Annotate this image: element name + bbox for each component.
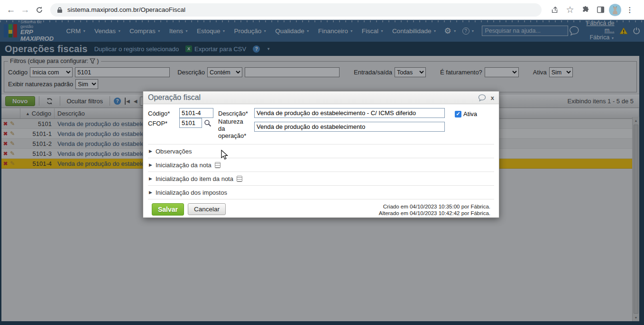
vertical-scrollbar[interactable]: ▲ ▼ xyxy=(632,117,639,321)
help-search-input[interactable] xyxy=(482,26,568,36)
browser-back-button[interactable]: ← xyxy=(4,3,18,17)
filter-funnel-icon[interactable] xyxy=(90,58,95,64)
nav-menu-estoque[interactable]: Estoque▼ xyxy=(193,25,230,37)
bookmark-button[interactable]: ☆ xyxy=(563,3,577,17)
edit-row-icon[interactable]: ✎ xyxy=(10,141,15,146)
cancelar-button[interactable]: Cancelar xyxy=(188,203,226,215)
ocultar-filtros-button[interactable]: Ocultar filtros xyxy=(64,97,106,106)
nav-menu-crm[interactable]: CRM▼ xyxy=(62,25,90,37)
dialog-close-button[interactable]: x xyxy=(491,94,494,101)
chevron-down-icon[interactable]: ▼ xyxy=(267,47,270,51)
logout-power-icon[interactable] xyxy=(633,26,641,36)
scroll-down-button[interactable]: ▼ xyxy=(633,314,639,321)
delete-row-icon[interactable]: ✖ xyxy=(3,121,8,126)
edit-row-icon[interactable]: ✎ xyxy=(10,131,15,136)
company-link[interactable]: Fábrica de m... xyxy=(585,20,615,34)
browser-reload-button[interactable] xyxy=(32,3,46,17)
chevron-down-icon: ▼ xyxy=(453,29,457,33)
cfop-lookup-icon[interactable] xyxy=(204,119,212,127)
scrollbar-thumb[interactable] xyxy=(634,125,638,314)
logo-tagline: Sistema de gestão xyxy=(20,19,54,29)
codigo-column-header[interactable]: ▲ Código xyxy=(20,108,55,118)
duplicate-record-link[interactable]: Duplicar o registro selecionado xyxy=(94,45,179,53)
warning-icon[interactable] xyxy=(619,26,628,36)
filters-legend[interactable]: Filtros (clique para configurar: ) xyxy=(8,58,101,64)
note-lines-icon[interactable] xyxy=(215,162,221,168)
help-menu[interactable]: ?▼ xyxy=(460,25,477,37)
settings-menu[interactable]: ⚙▼ xyxy=(442,23,459,39)
nav-menu-qualidade[interactable]: Qualidade▼ xyxy=(271,25,314,37)
chevron-down-icon: ▼ xyxy=(471,29,475,33)
filters-panel: Filtros (clique para configurar: ) Códig… xyxy=(4,58,637,92)
prev-page-button[interactable]: ◀ xyxy=(133,98,138,105)
chevron-down-icon: ▼ xyxy=(83,29,86,33)
codigo-filter-input[interactable] xyxy=(75,67,170,77)
natureza-field-input[interactable] xyxy=(254,122,445,132)
nav-menu-compras[interactable]: Compras▼ xyxy=(125,25,165,37)
nav-menu-producao[interactable]: Produção▼ xyxy=(230,25,271,37)
nav-menu-financeiro[interactable]: Financeiro▼ xyxy=(314,25,358,37)
field-row-2: CFOP* Natureza da operação* xyxy=(148,118,494,139)
browser-menu-button[interactable]: ⋮ xyxy=(623,3,636,17)
section-inicializacao-impostos[interactable]: ▶ Inicialização dos impostos xyxy=(148,186,494,199)
codigo-operator-select[interactable]: Inicia com xyxy=(30,67,73,77)
delete-row-icon[interactable]: ✖ xyxy=(3,141,8,146)
side-panel-button[interactable] xyxy=(594,3,607,17)
refresh-icon xyxy=(46,98,53,105)
naturezas-padrao-select[interactable]: Sim xyxy=(75,79,98,89)
nav-menu-contabilidade[interactable]: Contabilidade▼ xyxy=(388,25,441,37)
section-inicializacao-item-nota[interactable]: ▶ Inicialização do item da nota xyxy=(148,172,494,186)
share-button[interactable] xyxy=(548,3,561,17)
cfop-field-input[interactable] xyxy=(179,118,202,128)
chevron-down-icon: ▼ xyxy=(263,29,267,33)
natureza-field-label: Natureza da operação* xyxy=(218,118,251,139)
share-icon xyxy=(551,6,559,14)
codigo-field-input[interactable] xyxy=(179,108,213,118)
descricao-filter-input[interactable] xyxy=(245,67,340,77)
entrada-saida-select[interactable]: Todas xyxy=(395,67,426,77)
export-csv-link[interactable]: Exportar para CSV xyxy=(194,45,246,53)
user-dropdown[interactable]: Fábrica ▼ xyxy=(585,34,615,42)
expand-arrow-icon: ▶ xyxy=(149,190,152,195)
ativa-checkbox[interactable]: ✓ xyxy=(455,111,461,117)
salvar-button[interactable]: Salvar xyxy=(152,203,184,216)
erp-top-navbar: Sistema de gestão ERP MAXIPROD CRM▼ Vend… xyxy=(0,20,644,42)
novo-button[interactable]: Novo xyxy=(5,96,35,106)
edit-row-icon[interactable]: ✎ xyxy=(10,161,15,166)
delete-row-icon[interactable]: ✖ xyxy=(3,131,8,136)
toolbar-separator xyxy=(60,96,60,106)
toolbar-help-button[interactable]: ? xyxy=(114,98,121,105)
nav-account-area: Fábrica de m... Fábrica ▼ xyxy=(568,20,641,42)
nav-menu-fiscal[interactable]: Fiscal▼ xyxy=(358,25,388,37)
browser-forward-button[interactable]: → xyxy=(18,3,32,17)
delete-row-icon[interactable]: ✖ xyxy=(3,161,8,166)
ativa-filter-select[interactable]: Sim xyxy=(549,67,573,77)
browser-profile-avatar[interactable] xyxy=(609,4,621,16)
extensions-button[interactable] xyxy=(579,3,592,17)
address-bar[interactable]: sistema.maxiprod.com.br/OperacaoFiscal xyxy=(50,3,542,17)
page-help-button[interactable]: ? xyxy=(253,45,260,53)
refresh-button[interactable] xyxy=(43,97,56,106)
chevron-down-icon: ▼ xyxy=(380,29,384,33)
edit-row-icon[interactable]: ✎ xyxy=(10,121,15,126)
dialog-footer: Salvar Cancelar Criado em 04/10/2023 10:… xyxy=(148,199,494,217)
edit-row-icon[interactable]: ✎ xyxy=(10,151,15,156)
nav-menu-vendas[interactable]: Vendas▼ xyxy=(90,25,125,37)
chat-bubble-icon[interactable] xyxy=(568,23,580,38)
note-lines-icon[interactable] xyxy=(237,176,242,182)
entrada-saida-label: Entrada/saída xyxy=(354,69,392,76)
first-page-button[interactable]: ◀ xyxy=(125,98,131,105)
section-observacoes[interactable]: ▶ Observações xyxy=(148,144,494,158)
dialog-titlebar[interactable]: Operação fiscal x xyxy=(143,91,499,104)
erp-logo[interactable]: Sistema de gestão ERP MAXIPROD xyxy=(4,19,54,42)
descricao-operator-select[interactable]: Contém xyxy=(207,67,242,77)
faturamento-select[interactable] xyxy=(485,67,519,77)
dialog-comment-icon[interactable] xyxy=(478,94,486,101)
section-inicializacao-nota[interactable]: ▶ Inicialização da nota xyxy=(148,158,494,172)
expand-arrow-icon: ▶ xyxy=(149,149,152,153)
chevron-down-icon: ▼ xyxy=(222,29,226,33)
scroll-up-button[interactable]: ▲ xyxy=(633,117,639,124)
descricao-field-input[interactable] xyxy=(254,108,445,118)
delete-row-icon[interactable]: ✖ xyxy=(3,151,8,156)
nav-menu-itens[interactable]: Itens▼ xyxy=(165,25,193,37)
